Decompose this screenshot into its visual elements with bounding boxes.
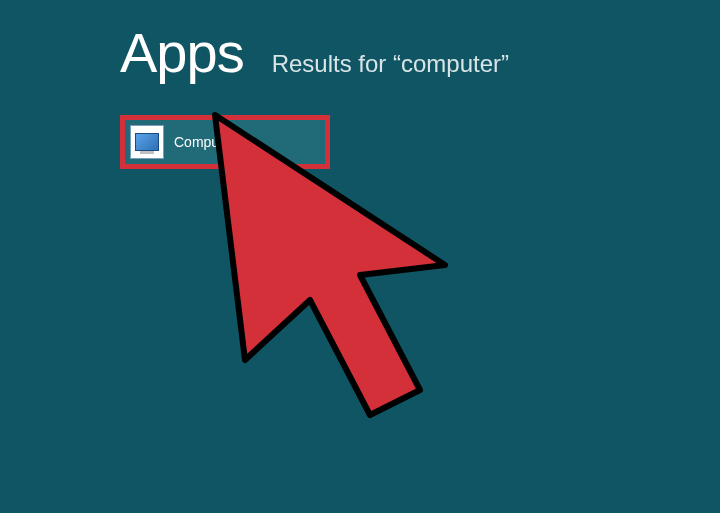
header: Apps Results for “computer” xyxy=(0,0,720,85)
result-tile-computer[interactable]: Computer xyxy=(125,120,325,164)
results-label: Results for “computer” xyxy=(272,50,509,78)
highlight-box: Computer xyxy=(120,115,330,169)
page-title: Apps xyxy=(120,20,244,85)
computer-icon xyxy=(130,125,164,159)
results-area: Computer xyxy=(0,115,720,169)
result-tile-label: Computer xyxy=(174,134,235,150)
